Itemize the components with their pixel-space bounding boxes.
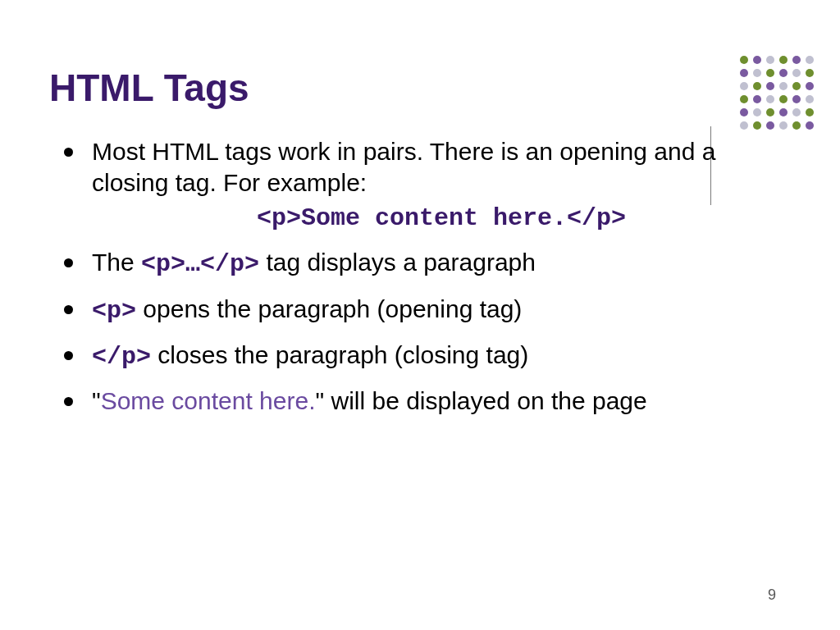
code-example: <p>Some content here.</p> (92, 203, 791, 234)
code-inline-ptag: <p>…</p> (141, 250, 259, 278)
bullet-quote-open: " (92, 387, 101, 414)
bullet-display-post: " will be displayed on the page (315, 387, 646, 414)
page-number: 9 (768, 587, 776, 604)
bullet-display: "Some content here." will be displayed o… (64, 386, 791, 417)
bullet-close-text: closes the paragraph (closing tag) (151, 341, 528, 368)
bullet-post-text: tag displays a paragraph (259, 249, 536, 276)
bullet-paragraph-tag: The <p>…</p> tag displays a paragraph (64, 247, 791, 280)
bullet-pre-text: The (92, 249, 141, 276)
bullet-close-tag: </p> closes the paragraph (closing tag) (64, 340, 791, 372)
accent-content-text: Some content here. (101, 387, 316, 414)
bullet-open-text: opens the paragraph (opening tag) (136, 295, 522, 322)
slide: HTML Tags Most HTML tags work in pairs. … (0, 0, 840, 630)
code-inline-open: <p> (92, 297, 136, 325)
slide-title: HTML Tags (49, 66, 791, 110)
bullet-open-tag: <p> opens the paragraph (opening tag) (64, 294, 791, 326)
bullet-intro: Most HTML tags work in pairs. There is a… (64, 136, 791, 234)
bullet-intro-text: Most HTML tags work in pairs. There is a… (92, 138, 715, 196)
slide-content: Most HTML tags work in pairs. There is a… (49, 136, 791, 418)
code-inline-close: </p> (92, 343, 151, 371)
